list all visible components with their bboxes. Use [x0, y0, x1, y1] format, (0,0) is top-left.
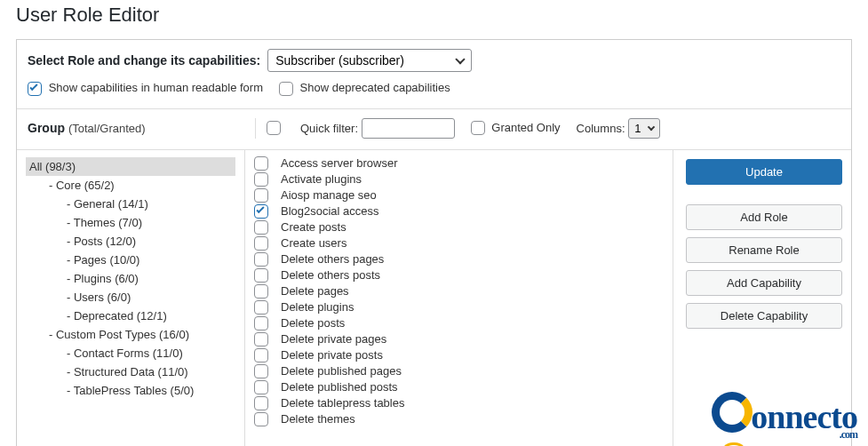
role-select-label: Select Role and change its capabilities: [28, 53, 260, 68]
capability-label[interactable]: Delete private posts [281, 348, 383, 362]
tree-item[interactable]: - Plugins (6/0) [26, 269, 235, 288]
capability-row: Create posts [254, 219, 664, 235]
capability-checkbox[interactable] [254, 284, 268, 299]
page-title: User Role Editor [16, 4, 852, 27]
add-role-button[interactable]: Add Role [686, 204, 842, 230]
granted-only-checkbox[interactable] [471, 121, 485, 135]
group-header: Group [28, 121, 65, 135]
capability-label[interactable]: Delete others pages [281, 252, 384, 266]
capability-row: Delete posts [254, 315, 664, 331]
rename-role-button[interactable]: Rename Role [686, 237, 842, 263]
quick-filter-label: Quick filter: [300, 122, 358, 135]
tree-item[interactable]: - Posts (12/0) [26, 232, 235, 251]
human-readable-checkbox[interactable] [28, 82, 42, 96]
capability-row: Delete pages [254, 283, 664, 299]
tree-item[interactable]: - Users (6/0) [26, 288, 235, 307]
capability-label[interactable]: Delete pages [281, 284, 349, 298]
capability-row: Delete plugins [254, 299, 664, 315]
capability-checkbox[interactable] [254, 268, 268, 283]
capability-row: Aiosp manage seo [254, 187, 664, 203]
capability-row: Access server browser [254, 155, 664, 171]
capability-label[interactable]: Aiosp manage seo [281, 188, 377, 202]
capability-checkbox[interactable] [254, 396, 268, 410]
capability-label[interactable]: Delete plugins [281, 300, 354, 314]
capability-checkbox[interactable] [254, 412, 268, 426]
capability-checkbox[interactable] [254, 380, 268, 394]
capability-row: Delete private pages [254, 331, 664, 347]
tree-item[interactable]: - Core (65/2) [26, 176, 235, 195]
capability-checkbox[interactable] [254, 172, 268, 187]
tree-item[interactable]: - General (14/1) [26, 195, 235, 213]
capability-list: Access server browserActivate pluginsAio… [245, 150, 673, 446]
delete-capability-button[interactable]: Delete Capability [686, 303, 842, 329]
capability-checkbox[interactable] [254, 236, 268, 251]
capability-row: Delete others posts [254, 267, 664, 283]
deprecated-checkbox[interactable] [279, 82, 293, 96]
capability-label[interactable]: Delete posts [281, 316, 345, 330]
select-all-checkbox[interactable] [267, 121, 281, 135]
capability-checkbox[interactable] [254, 348, 268, 362]
capability-row: Delete themes [254, 411, 664, 427]
tree-item[interactable]: - TablePress Tables (5/0) [26, 381, 235, 400]
capability-checkbox[interactable] [254, 188, 268, 203]
role-select[interactable]: Subscriber (subscriber) [267, 49, 472, 72]
tree-item[interactable]: - Deprecated (12/1) [26, 307, 235, 325]
columns-select[interactable]: 1 [628, 118, 660, 139]
tree-item[interactable]: - Pages (10/0) [26, 251, 235, 269]
capability-row: Delete tablepress tables [254, 395, 664, 411]
capability-label[interactable]: Delete tablepress tables [281, 396, 404, 410]
tree-item[interactable]: All (98/3) [26, 157, 235, 176]
tree-item[interactable]: - Structured Data (11/0) [26, 362, 235, 381]
add-capability-button[interactable]: Add Capability [686, 270, 842, 296]
update-button[interactable]: Update [686, 159, 842, 185]
capability-label[interactable]: Delete published posts [281, 380, 398, 394]
capability-checkbox[interactable] [254, 252, 268, 267]
capability-row: Activate plugins [254, 171, 664, 187]
tree-item[interactable]: - Custom Post Types (16/0) [26, 325, 235, 344]
capability-label[interactable]: Delete themes [281, 412, 355, 426]
capability-label[interactable]: Blog2social access [281, 204, 379, 218]
quick-filter-input[interactable] [362, 118, 455, 139]
capability-checkbox[interactable] [254, 332, 268, 346]
capability-row: Delete others pages [254, 251, 664, 267]
columns-label: Columns: [577, 122, 625, 135]
capability-label[interactable]: Create users [281, 236, 346, 250]
human-readable-label[interactable]: Show capabilities in human readable form [49, 81, 263, 94]
capability-row: Blog2social access [254, 203, 664, 219]
group-header-sub: (Total/Granted) [68, 122, 146, 135]
capability-label[interactable]: Activate plugins [281, 172, 362, 186]
capability-label[interactable]: Delete others posts [281, 268, 380, 282]
capability-label[interactable]: Create posts [281, 220, 346, 234]
capability-checkbox[interactable] [254, 300, 268, 315]
group-tree: All (98/3)- Core (65/2)- General (14/1)-… [17, 150, 244, 446]
capability-row: Create users [254, 235, 664, 251]
capability-checkbox[interactable] [254, 316, 268, 331]
deprecated-label[interactable]: Show deprecated capabilities [300, 81, 450, 94]
tree-item[interactable]: - Contact Forms (11/0) [26, 344, 235, 362]
capability-label[interactable]: Delete published pages [281, 364, 402, 378]
tree-item[interactable]: - Themes (7/0) [26, 213, 235, 232]
capability-checkbox[interactable] [254, 220, 268, 235]
capability-checkbox[interactable] [254, 204, 268, 219]
capability-label[interactable]: Access server browser [281, 156, 397, 170]
capability-label[interactable]: Delete private pages [281, 332, 386, 346]
capability-checkbox[interactable] [254, 156, 268, 171]
capability-row: Delete private posts [254, 347, 664, 363]
capability-row: Delete published pages [254, 363, 664, 379]
capability-row: Delete published posts [254, 379, 664, 395]
granted-only-label[interactable]: Granted Only [491, 121, 560, 134]
capability-checkbox[interactable] [254, 364, 268, 378]
